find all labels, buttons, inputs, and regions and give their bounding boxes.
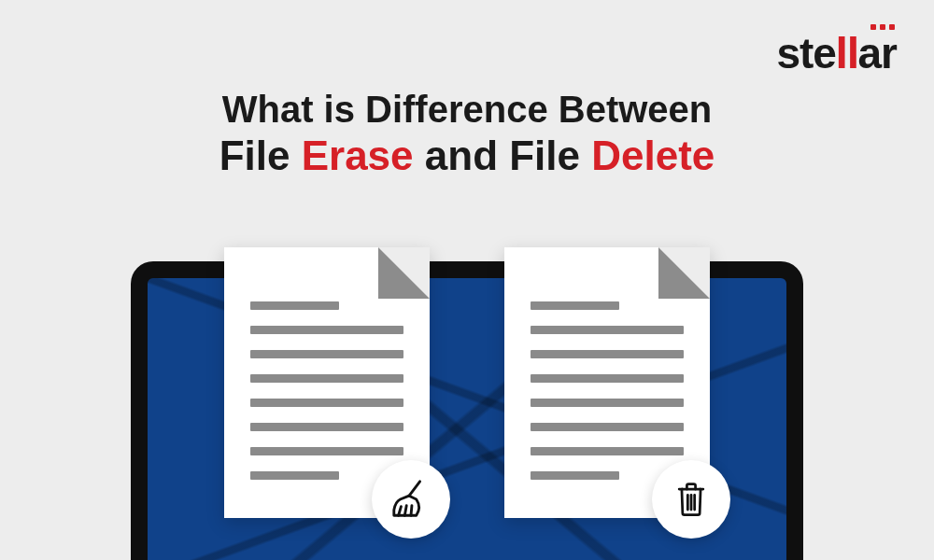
page-fold-icon [658, 247, 710, 299]
logo-dots [870, 24, 895, 30]
headline-line1: What is Difference Between [0, 89, 934, 131]
document-lines [250, 301, 403, 480]
delete-badge [652, 460, 730, 539]
page-headline: What is Difference Between File Erase an… [0, 89, 934, 179]
document-lines [531, 301, 684, 480]
broom-icon [389, 478, 432, 521]
headline-line2: File Erase and File Delete [0, 133, 934, 179]
svg-line-0 [409, 482, 420, 496]
erase-badge [372, 460, 450, 539]
page-fold-icon [378, 247, 430, 299]
svg-line-3 [411, 506, 412, 516]
file-delete [504, 247, 710, 518]
svg-line-2 [404, 506, 406, 516]
trash-icon [671, 479, 712, 520]
logo-text-part1: ste [776, 29, 835, 77]
file-erase [224, 247, 430, 518]
logo-text-part2: ar [858, 29, 897, 77]
brand-logo: stellar [776, 28, 897, 78]
logo-text-accent: ll [835, 28, 858, 78]
